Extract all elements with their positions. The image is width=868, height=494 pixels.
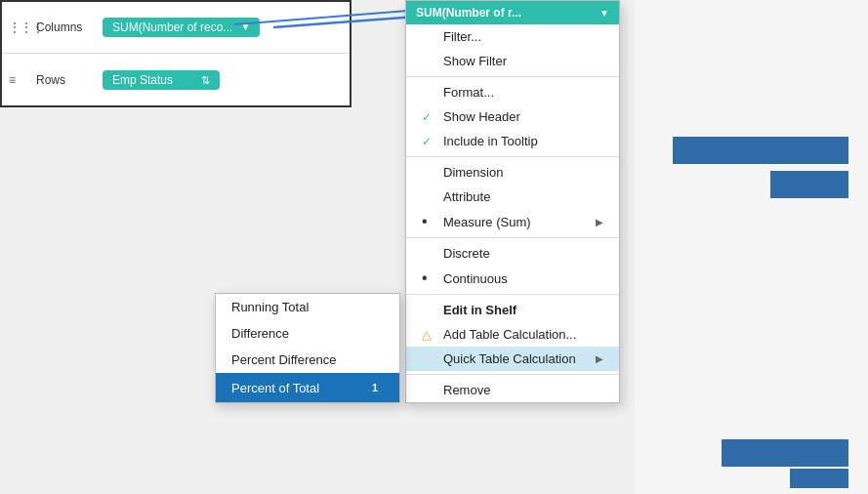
divider-5: [406, 374, 619, 375]
rows-label: Rows: [36, 73, 95, 87]
columns-label: Columns: [36, 21, 95, 34]
divider-2: [406, 156, 619, 157]
pill-dropdown-arrow: ▼: [240, 21, 250, 32]
measure-arrow: ▶: [596, 217, 603, 227]
chart-bar-2: [770, 171, 848, 198]
divider-4: [406, 294, 619, 295]
context-menu: SUM(Number of r... ▼ Filter... Show Filt…: [405, 0, 620, 403]
columns-icon: ⋮⋮⋮: [9, 21, 28, 34]
chart-bar-4: [790, 469, 848, 488]
submenu-item-difference[interactable]: Difference: [216, 320, 399, 347]
menu-item-show-filter[interactable]: Show Filter: [406, 49, 619, 73]
continuous-bullet: •: [422, 270, 435, 286]
menu-item-add-table-calc[interactable]: △ Add Table Calculation...: [406, 322, 619, 347]
include-tooltip-check: ✓: [422, 135, 435, 148]
submenu: Running Total Difference Percent Differe…: [215, 293, 400, 403]
menu-item-include-tooltip[interactable]: ✓ Include in Tooltip: [406, 129, 619, 153]
menu-item-dimension[interactable]: Dimension: [406, 160, 619, 185]
percent-of-total-badge: 1: [366, 379, 384, 396]
divider-1: [406, 76, 619, 77]
menu-item-format[interactable]: Format...: [406, 80, 619, 104]
menu-item-continuous[interactable]: • Continuous: [406, 266, 619, 291]
menu-item-quick-table-calc[interactable]: Quick Table Calculation ▶: [406, 347, 619, 371]
submenu-item-percent-difference[interactable]: Percent Difference: [216, 347, 399, 373]
header-dropdown-arrow: ▼: [599, 8, 609, 19]
shelf-panel: ⋮⋮⋮ Columns SUM(Number of reco... ▼ ≡ Ro…: [0, 0, 351, 107]
columns-pill[interactable]: SUM(Number of reco... ▼: [103, 18, 260, 37]
rows-pill[interactable]: Emp Status ⇅: [103, 70, 220, 90]
show-header-check: ✓: [422, 110, 435, 124]
warning-icon: △: [422, 327, 435, 342]
submenu-item-percent-of-total[interactable]: Percent of Total 1: [216, 373, 399, 402]
menu-item-edit-in-shelf[interactable]: Edit in Shelf: [406, 298, 619, 322]
divider-3: [406, 237, 619, 238]
sort-icon: ⇅: [201, 74, 210, 87]
menu-item-show-header[interactable]: ✓ Show Header: [406, 104, 619, 129]
quick-calc-arrow: ▶: [596, 353, 603, 364]
measure-bullet: •: [422, 214, 435, 229]
menu-item-attribute[interactable]: Attribute: [406, 185, 619, 209]
rows-icon: ≡: [9, 73, 28, 87]
columns-shelf-row: ⋮⋮⋮ Columns SUM(Number of reco... ▼: [1, 1, 351, 54]
menu-item-filter[interactable]: Filter...: [406, 24, 619, 49]
chart-area: [635, 0, 868, 494]
menu-item-discrete[interactable]: Discrete: [406, 241, 619, 266]
menu-item-remove[interactable]: Remove: [406, 378, 619, 402]
chart-bar-3: [722, 439, 848, 467]
chart-bar-1: [673, 137, 848, 164]
context-menu-header[interactable]: SUM(Number of r... ▼: [406, 1, 619, 24]
rows-shelf-row: ≡ Rows Emp Status ⇅: [1, 54, 351, 106]
submenu-item-running-total[interactable]: Running Total: [216, 294, 399, 320]
menu-item-measure-sum[interactable]: • Measure (Sum) ▶: [406, 209, 619, 234]
